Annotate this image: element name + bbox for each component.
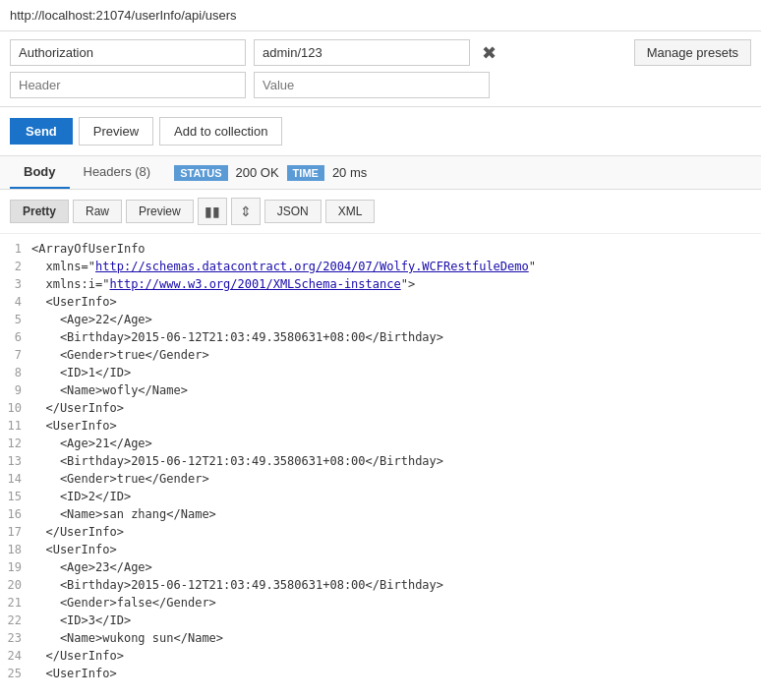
manage-presets-button[interactable]: Manage presets (634, 39, 751, 66)
line-number: 14 (0, 470, 31, 488)
line-content: xmlns:i="http://www.w3.org/2001/XMLSchem… (31, 275, 415, 293)
line-content: <Age>21</Age> (31, 435, 152, 452)
line-content: <ArrayOfUserInfo (31, 240, 146, 258)
line-number: 25 (0, 665, 31, 682)
xml-namespace-link[interactable]: http://www.w3.org/2001/XMLSchema-instanc… (109, 277, 400, 291)
auth-section: ✖ Manage presets (0, 31, 761, 107)
time-value: 20 ms (332, 165, 367, 180)
line-number: 18 (0, 541, 31, 558)
line-content: <UserInfo> (31, 665, 117, 682)
table-row: 6 <Birthday>2015-06-12T21:03:49.3580631+… (0, 328, 761, 346)
table-row: 9 <Name>wofly</Name> (0, 381, 761, 399)
line-content: <Age>45</Age> (31, 682, 152, 686)
line-content: </UserInfo> (31, 523, 124, 541)
line-number: 12 (0, 435, 31, 452)
table-row: 4 <UserInfo> (0, 293, 761, 311)
value-input[interactable] (254, 72, 490, 98)
table-row: 23 <Name>wukong sun</Name> (0, 629, 761, 647)
line-number: 10 (0, 399, 31, 417)
line-content: <Gender>true</Gender> (31, 470, 209, 488)
header-input[interactable] (10, 72, 246, 98)
table-row: 3 xmlns:i="http://www.w3.org/2001/XMLSch… (0, 275, 761, 293)
line-content: <ID>1</ID> (31, 364, 131, 381)
xml-namespace-link[interactable]: http://schemas.datacontract.org/2004/07/… (95, 260, 529, 273)
url-bar: http://localhost:21074/userInfo/api/user… (0, 0, 761, 31)
table-row: 14 <Gender>true</Gender> (0, 470, 761, 488)
line-content: <UserInfo> (31, 293, 117, 311)
copy-icon-button[interactable]: ▮▮ (198, 198, 227, 225)
pretty-button[interactable]: Pretty (10, 200, 69, 223)
line-content: <Name>wofly</Name> (31, 381, 188, 399)
table-row: 8 <ID>1</ID> (0, 364, 761, 381)
table-row: 24 </UserInfo> (0, 647, 761, 665)
json-button[interactable]: JSON (264, 200, 322, 223)
add-to-collection-button[interactable]: Add to collection (159, 117, 282, 146)
response-body[interactable]: 1<ArrayOfUserInfo2 xmlns="http://schemas… (0, 234, 761, 686)
tab-body[interactable]: Body (10, 156, 70, 189)
xml-button[interactable]: XML (325, 200, 376, 223)
table-row: 2 xmlns="http://schemas.datacontract.org… (0, 258, 761, 275)
line-content: <Age>22</Age> (31, 311, 152, 328)
line-content: <ID>3</ID> (31, 612, 131, 629)
line-number: 24 (0, 647, 31, 665)
line-number: 11 (0, 417, 31, 435)
auth-value-input[interactable] (254, 39, 470, 66)
table-row: 1<ArrayOfUserInfo (0, 240, 761, 258)
wrap-icon-button[interactable]: ⇕ (231, 198, 261, 225)
table-row: 21 <Gender>false</Gender> (0, 594, 761, 612)
line-number: 7 (0, 346, 31, 364)
line-content: <UserInfo> (31, 541, 117, 558)
header-value-row (10, 72, 751, 98)
clear-button[interactable]: ✖ (478, 42, 499, 64)
line-content: <Gender>false</Gender> (31, 594, 216, 612)
line-number: 1 (0, 240, 31, 258)
auth-row: ✖ Manage presets (10, 39, 751, 66)
line-content: <ID>2</ID> (31, 488, 131, 505)
table-row: 16 <Name>san zhang</Name> (0, 505, 761, 523)
line-content: <Name>wukong sun</Name> (31, 629, 223, 647)
status-area: STATUS 200 OK TIME 20 ms (174, 165, 367, 181)
line-number: 22 (0, 612, 31, 629)
line-number: 17 (0, 523, 31, 541)
auth-label-input[interactable] (10, 39, 246, 66)
table-row: 13 <Birthday>2015-06-12T21:03:49.3580631… (0, 452, 761, 470)
format-bar: Pretty Raw Preview ▮▮ ⇕ JSON XML (0, 190, 761, 234)
line-number: 8 (0, 364, 31, 381)
table-row: 15 <ID>2</ID> (0, 488, 761, 505)
table-row: 18 <UserInfo> (0, 541, 761, 558)
table-row: 17 </UserInfo> (0, 523, 761, 541)
line-content: <Gender>true</Gender> (31, 346, 209, 364)
table-row: 5 <Age>22</Age> (0, 311, 761, 328)
line-content: <Birthday>2015-06-12T21:03:49.3580631+08… (31, 452, 443, 470)
raw-button[interactable]: Raw (73, 200, 122, 223)
line-content: <Birthday>2015-06-12T21:03:49.3580631+08… (31, 328, 443, 346)
line-content: xmlns="http://schemas.datacontract.org/2… (31, 258, 536, 275)
line-number: 5 (0, 311, 31, 328)
line-content: <Name>san zhang</Name> (31, 505, 216, 523)
line-content: <UserInfo> (31, 417, 117, 435)
status-value: 200 OK (236, 165, 279, 180)
tab-headers[interactable]: Headers (8) (70, 156, 165, 189)
line-content: </UserInfo> (31, 399, 124, 417)
line-number: 4 (0, 293, 31, 311)
table-row: 26 <Age>45</Age> (0, 682, 761, 686)
send-button[interactable]: Send (10, 118, 73, 145)
line-content: <Birthday>2015-06-12T21:03:49.3580631+08… (31, 576, 443, 594)
table-row: 25 <UserInfo> (0, 665, 761, 682)
table-row: 22 <ID>3</ID> (0, 612, 761, 629)
line-number: 16 (0, 505, 31, 523)
line-number: 15 (0, 488, 31, 505)
url-text: http://localhost:21074/userInfo/api/user… (10, 8, 237, 23)
line-number: 26 (0, 682, 31, 686)
time-badge: TIME (287, 165, 324, 181)
status-badge: STATUS (174, 165, 227, 181)
line-number: 13 (0, 452, 31, 470)
line-number: 2 (0, 258, 31, 275)
table-row: 10 </UserInfo> (0, 399, 761, 417)
line-number: 3 (0, 275, 31, 293)
preview-format-button[interactable]: Preview (126, 200, 194, 223)
table-row: 12 <Age>21</Age> (0, 435, 761, 452)
preview-button[interactable]: Preview (79, 117, 153, 146)
line-number: 9 (0, 381, 31, 399)
table-row: 11 <UserInfo> (0, 417, 761, 435)
